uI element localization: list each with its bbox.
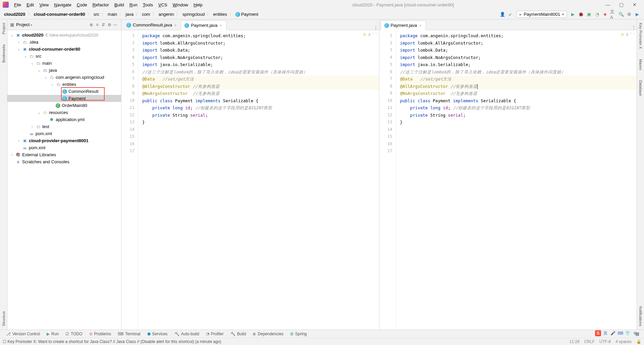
run-button[interactable]: ▶ <box>570 11 576 17</box>
menu-refactor[interactable]: Refactor <box>90 1 112 9</box>
tree-main[interactable]: 🗀main <box>7 60 121 67</box>
tree-idea[interactable]: 🗀.idea <box>7 39 121 46</box>
bottom-tool-problems[interactable]: ⊘Problems <box>86 331 115 337</box>
tree-payment[interactable]: CPayment <box>7 95 121 102</box>
tree-resources[interactable]: 🗀resources <box>7 109 121 116</box>
breadcrumb[interactable]: com <box>141 12 152 17</box>
menu-run[interactable]: Run <box>127 1 140 9</box>
close-icon[interactable]: × <box>219 23 222 27</box>
menu-file[interactable]: File <box>11 1 24 9</box>
tree-ordermain[interactable]: COrderMain80 <box>7 102 121 109</box>
translate-icon[interactable]: 文A <box>610 11 616 17</box>
database-tool-tab[interactable]: Database <box>639 80 643 96</box>
bottom-tool-build[interactable]: 🔨Build <box>227 331 250 337</box>
sync-icon[interactable]: ↙ <box>507 11 514 17</box>
project-view-selector[interactable]: Project <box>16 22 32 27</box>
tree-src[interactable]: 🗀src <box>7 53 121 60</box>
notifications-tool-tab[interactable]: Notifications <box>639 306 643 326</box>
tree-module-provider[interactable]: ▣cloud-provider-payment8001 <box>7 137 121 144</box>
menu-vcs[interactable]: VCS <box>156 1 170 9</box>
breadcrumb[interactable]: springcloud <box>181 12 206 17</box>
stop-button[interactable]: ■ <box>602 11 608 17</box>
tree-entities[interactable]: 🗀entities <box>7 81 121 88</box>
tree-module-consumer[interactable]: ▣cloud-consumer-order80 <box>7 46 121 53</box>
tree-java[interactable]: 🗀java <box>7 67 121 74</box>
menu-code[interactable]: Code <box>74 1 90 9</box>
settings-icon[interactable]: ⚙ <box>626 11 632 17</box>
bottom-tool-terminal[interactable]: ⌨Terminal <box>114 331 144 337</box>
project-tool-tab[interactable]: Project <box>2 23 6 34</box>
keypromoter-tool-tab[interactable]: Key Promoter X <box>639 23 643 49</box>
ime-toolbar[interactable]: S 英 🎤 ⌨ 👕 ⚙ <box>595 330 638 336</box>
breadcrumb[interactable]: entities <box>212 12 228 17</box>
menu-navigate[interactable]: Navigate <box>51 1 74 9</box>
hide-panel-icon[interactable]: — <box>112 22 118 27</box>
tab-payment[interactable]: CPayment.java× <box>181 20 226 30</box>
bottom-tool-run[interactable]: ▶Run <box>43 331 62 337</box>
line-separator[interactable]: CRLF <box>584 339 595 344</box>
menu-build[interactable]: Build <box>112 1 127 9</box>
tree-application-yml[interactable]: ⬣application.yml <box>7 116 121 123</box>
structure-tool-tab[interactable]: Structure <box>2 311 6 326</box>
run-config-selector[interactable]: ▸PaymentMain8001 <box>517 11 567 18</box>
inspection-widget[interactable]: ⚠3ˆˇ <box>363 32 377 37</box>
close-button[interactable]: ✕ <box>628 2 641 7</box>
breadcrumb[interactable]: CPayment <box>234 12 260 17</box>
tree-commonresult[interactable]: CCommonResult <box>7 88 121 95</box>
project-tree[interactable]: ▣cloud2020E:\idea-workspace\cloud2020 🗀.… <box>7 30 121 330</box>
tab-menu-icon[interactable]: ⋮ <box>373 25 379 30</box>
maximize-button[interactable]: ▢ <box>614 2 628 7</box>
window-title: cloud2020 - Payment.java [cloud-consumer… <box>205 2 601 7</box>
tree-scratches[interactable]: 🗎Scratches and Consoles <box>7 158 121 165</box>
tree-root[interactable]: ▣cloud2020E:\idea-workspace\cloud2020 <box>7 32 121 39</box>
search-icon[interactable]: 🔍 <box>618 11 624 17</box>
bottom-tool-services[interactable]: ⬣Services <box>144 331 171 337</box>
bookmarks-tool-tab[interactable]: Bookmarks <box>2 44 6 63</box>
tree-external-libraries[interactable]: 📚External Libraries <box>7 151 121 158</box>
bottom-tool-version-control[interactable]: ⎇Version Control <box>3 331 43 337</box>
menu-tools[interactable]: Tools <box>140 1 156 9</box>
bottom-tool-dependencies[interactable]: ≣Dependencies <box>249 331 287 337</box>
indent-setting[interactable]: 4 spaces <box>615 339 632 344</box>
tab-menu-icon[interactable]: ⋮ <box>631 25 637 30</box>
bottom-tool-todo[interactable]: ☑TODO <box>62 331 86 337</box>
menu-help[interactable]: Help <box>191 1 205 9</box>
bottom-tool-auto-build[interactable]: 🔨Auto-build <box>171 331 203 337</box>
menu-window[interactable]: Window <box>170 1 191 9</box>
settings-icon[interactable]: ⚙ <box>106 22 112 27</box>
breadcrumb[interactable]: src <box>92 12 101 17</box>
close-icon[interactable]: × <box>419 23 422 27</box>
minimize-button[interactable]: — <box>601 2 614 7</box>
maven-tool-tab[interactable]: Maven <box>639 59 643 70</box>
tab-commonresult[interactable]: CCommonResult.java× <box>123 20 181 30</box>
collapse-all-icon[interactable]: ⇵ <box>100 22 106 27</box>
select-opened-icon[interactable]: ⊕ <box>88 22 94 27</box>
breadcrumb[interactable]: java <box>124 12 135 17</box>
add-user-icon[interactable]: 👤 <box>499 11 505 17</box>
tree-pom2[interactable]: mpom.xml <box>7 144 121 151</box>
menu-view[interactable]: View <box>37 1 51 9</box>
profile-button[interactable]: ◔ <box>594 11 600 17</box>
tab-payment-r[interactable]: CPayment.java× <box>381 20 426 30</box>
actions-icon[interactable]: ▶ <box>634 11 640 17</box>
editor-right-code[interactable]: ⚠3ˆˇ 1234567891011121314151617 package c… <box>379 30 637 330</box>
inspection-widget[interactable]: ⚠3ˆˇ <box>621 32 635 37</box>
breadcrumb[interactable]: cloud-consumer-order80 <box>33 12 87 17</box>
caret-position[interactable]: 11:28 <box>570 339 580 344</box>
coverage-button[interactable]: ▣ <box>586 11 592 17</box>
editor-left-code[interactable]: ⚠3ˆˇ 1234567891011121314151617 package c… <box>121 30 379 330</box>
readonly-icon[interactable]: 🔒 <box>636 339 641 344</box>
bottom-tool-spring[interactable]: ✿Spring <box>287 331 310 337</box>
expand-all-icon[interactable]: ≡ <box>94 22 100 27</box>
tree-package[interactable]: 🗀com.angenin.springcloud <box>7 74 121 81</box>
breadcrumb[interactable]: angenin <box>157 12 175 17</box>
breadcrumb[interactable]: cloud2020 <box>3 12 27 17</box>
bottom-tool-profiler[interactable]: ◔Profiler <box>203 331 227 337</box>
tree-test[interactable]: 🗀test <box>7 123 121 130</box>
close-icon[interactable]: × <box>174 23 177 27</box>
debug-button[interactable]: 🐞 <box>578 11 584 17</box>
file-encoding[interactable]: UTF-8 <box>599 339 611 344</box>
menu-edit[interactable]: Edit <box>24 1 37 9</box>
breadcrumb[interactable]: main <box>106 12 118 17</box>
tree-pom[interactable]: mpom.xml <box>7 130 121 137</box>
